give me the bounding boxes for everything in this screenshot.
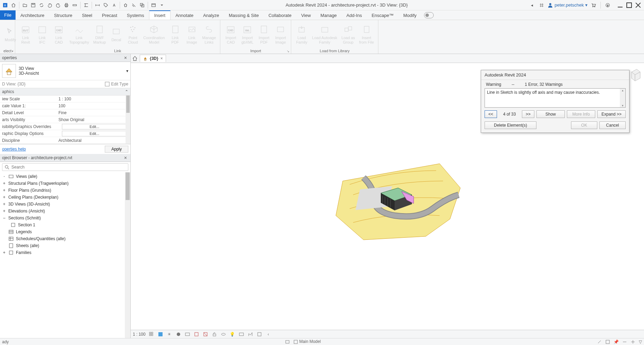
navigation-bar[interactable] [628, 65, 642, 203]
tree-views[interactable]: ·Views (alle) [0, 173, 130, 180]
more-info-button[interactable]: More Info [567, 110, 595, 118]
prop-discipline[interactable]: DisciplineArchitectural [0, 137, 130, 144]
nav-left-icon[interactable]: ‹ [265, 331, 272, 337]
edit-button[interactable]: Edit... [62, 131, 127, 136]
analytical-icon[interactable] [247, 331, 254, 337]
tab-manage[interactable]: Manage [316, 10, 342, 20]
help-icon[interactable]: ? [604, 1, 611, 9]
tree-section-1[interactable]: Section 1 [0, 221, 130, 228]
scrollbar[interactable]: ▴▾ [620, 89, 625, 107]
properties-help-link[interactable]: operties help [2, 147, 26, 152]
select-links-icon[interactable] [597, 339, 602, 344]
tree-elevations[interactable]: +Elevations (Ansicht) [0, 208, 130, 215]
default-view-icon[interactable] [122, 1, 129, 9]
link-revit-button[interactable]: RVTLinkRevit [17, 22, 34, 45]
crop-view-icon[interactable] [193, 331, 200, 337]
save-icon[interactable] [29, 1, 37, 9]
worksharing-icon[interactable] [238, 331, 245, 337]
file-menu[interactable]: File [0, 10, 16, 20]
user-account[interactable]: peter.petschek ▾ [548, 2, 588, 8]
tab-massing-site[interactable]: Massing & Site [224, 10, 264, 20]
tab-enscape[interactable]: Enscape™ [367, 10, 398, 20]
tab-analyze[interactable]: Analyze [198, 10, 224, 20]
import-cad-button[interactable]: CADImportCAD [222, 22, 239, 45]
cart-icon[interactable] [590, 1, 597, 9]
minimize-button[interactable] [616, 1, 624, 9]
type-selector[interactable]: 3D View 3D-Ansicht ▾ [0, 62, 130, 80]
browser-header[interactable]: oject Browser - architecture-project.rvt… [0, 154, 130, 162]
home-icon[interactable] [10, 1, 17, 9]
close-icon[interactable]: × [123, 55, 128, 61]
group-graphics[interactable]: aphics⌃ [0, 88, 130, 96]
tab-annotate[interactable]: Annotate [171, 10, 198, 20]
text-icon[interactable]: A [110, 1, 118, 9]
point-cloud-button[interactable]: PointCloud [125, 22, 141, 45]
search-input[interactable] [11, 165, 126, 170]
scale-label[interactable]: 1 : 100 [133, 332, 146, 337]
decal-button[interactable]: Decal [108, 25, 125, 43]
load-family-button[interactable]: LoadFamily [293, 22, 310, 45]
align-icon[interactable] [82, 1, 90, 9]
tab-addins[interactable]: Add-Ins [342, 10, 367, 20]
canvas[interactable]: Autodesk Revit 2024 Warning -- 1 Error, … [131, 63, 644, 330]
tab-systems[interactable]: Systems [122, 10, 149, 20]
properties-header[interactable]: operties × [0, 54, 130, 62]
tag-icon[interactable] [102, 1, 110, 9]
insert-from-file-button[interactable]: Insertfrom File [357, 22, 376, 45]
thin-lines-icon[interactable] [130, 1, 138, 9]
detail-level-icon[interactable] [148, 331, 155, 337]
prop-graphic-display[interactable]: raphic Display OptionsEdit... [0, 130, 130, 137]
view-tab-3d[interactable]: {3D} × [140, 55, 166, 62]
link-pdf-button[interactable]: LinkPDF [167, 22, 184, 45]
apply-button[interactable]: Apply [105, 146, 128, 153]
edit-type-button[interactable]: Edit Type [105, 82, 128, 87]
redo-icon[interactable] [54, 1, 62, 9]
close-icon[interactable]: × [123, 155, 128, 161]
tab-modify[interactable]: Modify [398, 10, 421, 20]
tree-schedules[interactable]: Schedules/Quantities (alle) [0, 235, 130, 242]
edit-button[interactable]: Edit... [62, 124, 127, 129]
sun-path-icon[interactable]: ☀ [166, 331, 173, 337]
revit-logo-icon[interactable]: R [1, 1, 9, 9]
tree-floor-plans[interactable]: +Floor Plans (Grundriss) [0, 187, 130, 194]
search-nav-icon[interactable]: ◂ [528, 1, 536, 9]
dwf-markup-button[interactable]: DWFMarkup [91, 22, 108, 45]
link-cad-button[interactable]: CADLinkCAD [50, 22, 67, 45]
ok-button[interactable]: OK [571, 121, 597, 129]
constraints-icon[interactable] [256, 331, 263, 337]
maximize-button[interactable] [625, 1, 633, 9]
prop-scale-value[interactable]: cale Value 1:100 [0, 102, 130, 109]
dimension-icon[interactable] [94, 1, 101, 9]
coord-model-button[interactable]: CoordinationModel [141, 22, 167, 45]
unlock-icon[interactable] [211, 331, 218, 337]
select-pinned-icon[interactable]: 📌 [614, 339, 619, 344]
prev-warning-button[interactable]: << [485, 110, 497, 118]
main-model-selector[interactable]: Main Model [293, 339, 321, 344]
close-button[interactable] [634, 1, 642, 9]
temp-hide-icon[interactable] [220, 331, 227, 337]
cancel-button[interactable]: Cancel [599, 121, 626, 129]
select-face-icon[interactable] [622, 339, 627, 344]
print-icon[interactable] [63, 1, 70, 9]
close-windows-icon[interactable] [138, 1, 146, 9]
tab-steel[interactable]: Steel [77, 10, 97, 20]
prop-view-scale[interactable]: iew Scale1 : 100 [0, 96, 130, 102]
import-gbxml-button[interactable]: XMLImportgbXML [239, 22, 256, 45]
dialog-title[interactable]: Autodesk Revit 2024 [481, 70, 629, 80]
link-image-button[interactable]: LinkImage [184, 22, 200, 45]
crop-region-icon[interactable] [202, 331, 209, 337]
prop-visibility-overrides[interactable]: isibility/Graphics OverridesEdit... [0, 123, 130, 130]
manage-links-button[interactable]: ManageLinks [200, 22, 218, 45]
tree-ceiling-plans[interactable]: +Ceiling Plans (Deckenplan) [0, 194, 130, 201]
show-button[interactable]: Show [536, 110, 565, 118]
visual-style-icon[interactable] [157, 331, 164, 337]
measure-icon[interactable] [71, 1, 79, 9]
tab-collaborate[interactable]: Collaborate [264, 10, 296, 20]
switch-windows-icon[interactable] [150, 1, 157, 9]
keyword-icon[interactable] [538, 1, 545, 9]
undo-icon[interactable] [46, 1, 54, 9]
rendering-icon[interactable] [184, 331, 191, 337]
modify-toggle[interactable] [424, 12, 434, 18]
close-tab-icon[interactable]: × [160, 56, 163, 61]
delete-elements-button[interactable]: Delete Element(s) [485, 121, 536, 129]
